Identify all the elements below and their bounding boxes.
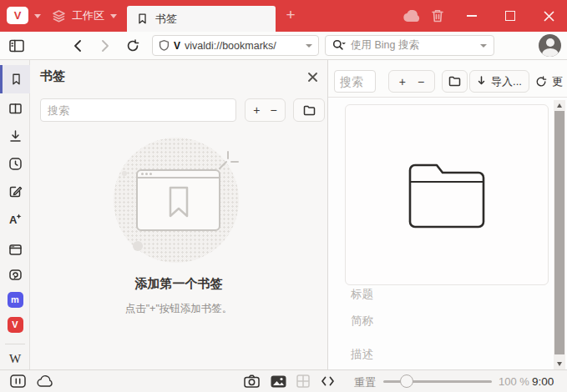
book-icon bbox=[8, 102, 23, 116]
manager-toolbar: + − 导入... 更 bbox=[328, 60, 567, 98]
minimize-icon bbox=[467, 15, 477, 17]
maximize-button[interactable] bbox=[498, 0, 523, 32]
forward-icon bbox=[101, 40, 109, 52]
sidebar-item-reading-list[interactable] bbox=[0, 94, 30, 123]
forward-button[interactable] bbox=[96, 32, 114, 59]
close-button[interactable] bbox=[536, 0, 561, 32]
back-button[interactable] bbox=[68, 32, 87, 59]
sidebar-item-vivaldi-webpanel[interactable]: V bbox=[0, 310, 30, 339]
panel-add-button[interactable]: + bbox=[253, 103, 260, 117]
panel-title: 书签 bbox=[40, 68, 65, 84]
workspace-caret-icon bbox=[110, 14, 117, 18]
clock[interactable]: 9:00 bbox=[532, 375, 554, 388]
manager-scrollbar[interactable] bbox=[554, 100, 565, 369]
import-label: 导入... bbox=[491, 74, 522, 89]
vivaldi-scheme-icon: V bbox=[174, 40, 180, 52]
minimize-button[interactable] bbox=[459, 0, 484, 32]
capture-page-button[interactable] bbox=[240, 370, 262, 392]
page-actions-button[interactable] bbox=[316, 370, 338, 392]
close-icon bbox=[308, 73, 317, 82]
sidebar-item-windows[interactable] bbox=[0, 235, 30, 264]
panel-toggle-icon bbox=[9, 39, 24, 53]
manager-new-folder-button[interactable] bbox=[442, 70, 468, 93]
tab-bar: V 工作区 书签 + bbox=[0, 0, 567, 32]
code-icon bbox=[321, 376, 334, 386]
search-field[interactable]: 使用 Bing 搜索 bbox=[325, 35, 494, 56]
pause-icon bbox=[10, 374, 26, 388]
panel-toggle-button[interactable] bbox=[7, 32, 27, 59]
reload-button[interactable] bbox=[123, 32, 143, 59]
profile-avatar[interactable] bbox=[539, 34, 561, 57]
nickname-field[interactable]: 简称 bbox=[351, 314, 373, 329]
download-icon bbox=[8, 129, 23, 143]
mastodon-icon: m bbox=[8, 292, 23, 308]
scroll-down-icon[interactable] bbox=[557, 362, 562, 366]
folder-icon bbox=[303, 105, 316, 116]
manager-add-remove-group: + − bbox=[388, 70, 435, 93]
manager-add-button[interactable]: + bbox=[399, 75, 406, 88]
panel-new-folder-button[interactable] bbox=[293, 98, 325, 122]
translate-icon: A bbox=[8, 212, 23, 226]
sidebar-item-translate[interactable]: A bbox=[0, 204, 30, 233]
manager-search-input[interactable] bbox=[334, 70, 376, 93]
break-mode-button[interactable] bbox=[7, 370, 28, 392]
thumbnail-preview-card bbox=[345, 104, 549, 285]
sidebar-item-bookmarks[interactable] bbox=[0, 65, 30, 93]
sync-status-indicator[interactable] bbox=[33, 370, 57, 392]
search-dropdown-caret-icon[interactable] bbox=[480, 44, 487, 48]
update-thumbnails-button[interactable]: 更 bbox=[535, 70, 567, 93]
cloud-icon bbox=[402, 10, 422, 23]
decorative-dot-small bbox=[122, 171, 127, 176]
bookmark-icon bbox=[136, 13, 149, 25]
panel-search-input[interactable] bbox=[40, 98, 236, 122]
bookmarks-panel: 书签 + − 添加第一个书签 点击"+ bbox=[30, 60, 328, 369]
folder-icon bbox=[448, 76, 461, 87]
sidebar-item-wikipedia-webpanel[interactable]: W bbox=[0, 347, 30, 370]
panel-remove-button[interactable]: − bbox=[271, 103, 277, 117]
panel-sidebar: A m V W bbox=[0, 60, 30, 369]
sync-status-button[interactable] bbox=[399, 0, 424, 32]
import-button[interactable]: 导入... bbox=[469, 70, 529, 93]
sidebar-divider bbox=[5, 344, 25, 344]
cloud-icon bbox=[37, 375, 54, 388]
zoom-reset-button[interactable]: 重置 bbox=[354, 375, 376, 390]
tab-bookmarks[interactable]: 书签 bbox=[127, 6, 276, 32]
url-dropdown-caret-icon[interactable] bbox=[306, 44, 312, 48]
tiles-icon bbox=[296, 374, 310, 388]
page-tiling-button[interactable] bbox=[292, 370, 314, 392]
new-tab-button[interactable]: + bbox=[281, 3, 301, 27]
sidebar-item-mastodon-webpanel[interactable]: m bbox=[0, 285, 30, 314]
window-icon bbox=[8, 243, 23, 257]
sidebar-item-history[interactable] bbox=[0, 149, 30, 178]
address-field[interactable]: V vivaldi://bookmarks/ bbox=[152, 35, 319, 56]
zoom-level: 100 % bbox=[499, 375, 529, 388]
decorative-dot-large bbox=[133, 241, 143, 251]
bookmark-ribbon-icon bbox=[169, 186, 189, 218]
manager-remove-button[interactable]: − bbox=[418, 75, 424, 88]
panel-close-button[interactable] bbox=[308, 70, 317, 85]
search-engine-icon[interactable] bbox=[332, 39, 346, 52]
tab-title: 书签 bbox=[155, 12, 177, 27]
sidebar-item-notes[interactable] bbox=[0, 177, 30, 205]
sidebar-item-downloads[interactable] bbox=[0, 122, 30, 150]
vivaldi-menu-caret-icon[interactable] bbox=[34, 14, 41, 18]
svg-text:A: A bbox=[9, 213, 18, 225]
camera-icon bbox=[244, 374, 260, 388]
scroll-up-icon[interactable] bbox=[557, 103, 562, 108]
scrollbar-thumb[interactable] bbox=[554, 111, 564, 354]
zoom-slider-handle[interactable] bbox=[400, 374, 413, 388]
sidebar-item-tasks[interactable] bbox=[0, 260, 30, 289]
maximize-icon bbox=[505, 11, 515, 21]
vivaldi-icon: V bbox=[8, 317, 23, 333]
workspace-button[interactable]: 工作区 bbox=[52, 5, 117, 27]
back-icon bbox=[73, 40, 82, 52]
toggle-images-button[interactable] bbox=[267, 370, 289, 392]
title-field[interactable]: 标题 bbox=[351, 287, 373, 302]
import-arrow-icon bbox=[477, 76, 486, 87]
vivaldi-menu-button[interactable]: V bbox=[7, 7, 28, 24]
workspace-label: 工作区 bbox=[72, 8, 104, 23]
description-field[interactable]: 描述 bbox=[351, 347, 373, 362]
close-icon bbox=[544, 11, 554, 22]
search-placeholder: 使用 Bing 搜索 bbox=[351, 38, 475, 53]
trash-button[interactable] bbox=[425, 0, 450, 32]
